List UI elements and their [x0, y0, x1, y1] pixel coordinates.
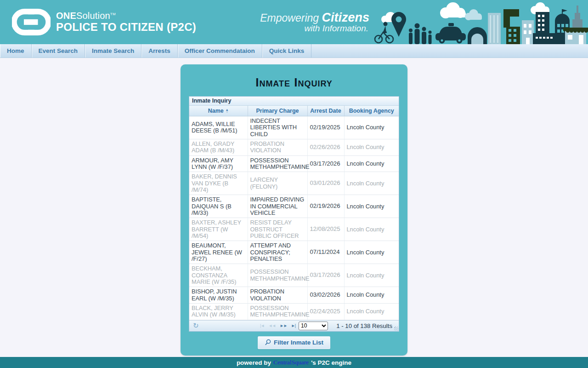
name-cell: BAPTISTE, DAIQUAN S (B /M/33): [189, 195, 248, 218]
nav-item-arrests[interactable]: Arrests: [141, 44, 177, 58]
column-header-primary-charge[interactable]: Primary Charge: [248, 106, 307, 116]
page-title: Inmate Inquiry: [181, 75, 407, 90]
primary-charge-cell: INDECENT LIBERTIES WITH CHILD: [248, 116, 307, 139]
nav-item-event-search[interactable]: Event Search: [32, 44, 85, 58]
primary-charge-cell: RESIST DELAY OBSTRUCT PUBLIC OFFICER: [248, 218, 307, 241]
filter-inmate-list-button[interactable]: Filter Inmate List: [258, 336, 330, 349]
column-header-name[interactable]: Name▲▼: [189, 106, 248, 116]
inmate-inquiry-panel: Inmate Inquiry Inmate Inquiry Name▲▼Prim…: [181, 64, 407, 356]
arrest-date-cell: 02/19/2025: [307, 116, 344, 139]
table-row[interactable]: BECKHAM, CONSTANZA MARIE (W /F/35)POSSES…: [189, 264, 399, 287]
arrest-date-cell: 03/02/2026: [307, 287, 344, 304]
pager-nav-icons: |◄◄◄►►►|: [260, 323, 295, 328]
booking-agency-cell: Lncoln County: [344, 287, 399, 304]
table-row[interactable]: BISHOP, JUSTIN EARL (W /M/35)PROBATION V…: [189, 287, 399, 304]
page: ONESolutionTM POLICE TO CITIZEN (P2C) Em…: [0, 0, 588, 368]
name-cell: BEAUMONT, JEWEL RENEE (W /F/27): [189, 241, 248, 264]
inmate-grid: Inmate Inquiry Name▲▼Primary ChargeArres…: [189, 96, 399, 332]
table-row[interactable]: BAXTER, ASHLEY BARRETT (W /M/54)RESIST D…: [189, 218, 399, 241]
first-page-icon[interactable]: |◄: [260, 323, 264, 328]
inmate-table-body: ADAMS, WILLIE DEESE (B /M/51)INDECENT LI…: [189, 116, 399, 320]
booking-agency-cell: Lncoln County: [344, 218, 399, 241]
brand-product-name: ONESolutionTM: [56, 11, 196, 21]
sort-asc-icon: ▲▼: [226, 109, 229, 113]
name-cell: ALLEN, GRADY ADAM (B /M/43): [189, 139, 248, 155]
table-header-row: Name▲▼Primary ChargeArrest DateBooking A…: [189, 106, 399, 116]
filter-button-label: Filter Inmate List: [274, 339, 323, 346]
booking-agency-cell: Lncoln County: [344, 264, 399, 287]
cityscape-illustration: [372, 0, 588, 44]
reload-icon[interactable]: ↻: [193, 322, 199, 330]
table-row[interactable]: ALLEN, GRADY ADAM (B /M/43)PROBATION VIO…: [189, 139, 399, 155]
arrest-date-cell: 03/17/2026: [307, 264, 344, 287]
arrest-date-cell: 02/24/2025: [307, 303, 344, 320]
table-row[interactable]: BLACK, JERRY ALVIN (W /M/35)POSSESSION M…: [189, 303, 399, 320]
name-cell: BLACK, JERRY ALVIN (W /M/35): [189, 303, 248, 320]
primary-charge-cell: LARCENY (FELONY): [248, 172, 307, 195]
booking-agency-cell: Lncoln County: [344, 195, 399, 218]
name-cell: BAXTER, ASHLEY BARRETT (W /M/54): [189, 218, 248, 241]
centralsquare-link[interactable]: CentralSquare: [273, 359, 309, 366]
inmate-table: Name▲▼Primary ChargeArrest DateBooking A…: [189, 106, 399, 320]
app-header: ONESolutionTM POLICE TO CITIZEN (P2C) Em…: [0, 0, 588, 44]
resize-grip[interactable]: [394, 327, 398, 331]
booking-agency-cell: Lncoln County: [344, 241, 399, 264]
nav-item-officer-commendataion[interactable]: Officer Commendataion: [178, 44, 262, 58]
grid-caption: Inmate Inquiry: [189, 97, 399, 106]
next-page-icon[interactable]: ►►: [280, 323, 287, 328]
main-content: Inmate Inquiry Inmate Inquiry Name▲▼Prim…: [0, 58, 588, 357]
app-footer: powered by CentralSquare 's P2C engine: [0, 357, 588, 368]
prev-page-icon[interactable]: ◄◄: [268, 323, 276, 328]
main-nav: HomeEvent SearchInmate SearchArrestsOffi…: [0, 44, 588, 58]
brand-title: POLICE TO CITIZEN (P2C): [56, 21, 196, 33]
table-row[interactable]: BEAUMONT, JEWEL RENEE (W /F/27)ATTEMPT A…: [189, 241, 399, 264]
booking-agency-cell: Lncoln County: [344, 303, 399, 320]
table-row[interactable]: BAKER, DENNIS VAN DYKE (B /M/74)LARCENY …: [189, 172, 399, 195]
nav-item-quick-links[interactable]: Quick Links: [262, 44, 312, 58]
primary-charge-cell: PROBATION VIOLATION: [248, 287, 307, 304]
footer-suffix: 's P2C engine: [311, 359, 351, 366]
nav-item-inmate-search[interactable]: Inmate Search: [85, 44, 141, 58]
primary-charge-cell: POSSESSION METHAMPHETAMINE: [248, 264, 307, 287]
nav-item-home[interactable]: Home: [0, 44, 32, 58]
arrest-date-cell: 03/17/2026: [307, 155, 344, 172]
name-cell: ADAMS, WILLIE DEESE (B /M/51): [189, 116, 248, 139]
primary-charge-cell: PROBATION VIOLATION: [248, 139, 307, 155]
arrest-date-cell: 02/19/2026: [307, 195, 344, 218]
arrest-date-cell: 12/08/2025: [307, 218, 344, 241]
header-tagline: Empowering Citizens with Information.: [260, 11, 372, 34]
onesolution-logo-icon: [12, 6, 51, 40]
table-row[interactable]: BAPTISTE, DAIQUAN S (B /M/33)IMPAIRED DR…: [189, 195, 399, 218]
page-size-select[interactable]: 10: [299, 322, 328, 330]
pager-bar: ↻ |◄◄◄►►►| 10 1 - 10 of 138 Results: [189, 320, 399, 331]
primary-charge-cell: IMPAIRED DRIVING IN COMMERCIAL VEHICLE: [248, 195, 307, 218]
pager-status: 1 - 10 of 138 Results: [336, 322, 396, 329]
arrest-date-cell: 07/11/2024: [307, 241, 344, 264]
table-row[interactable]: ARMOUR, AMY LYNN (W /F/37)POSSESSION MET…: [189, 155, 399, 172]
pager-controls: |◄◄◄►►►| 10: [260, 322, 328, 330]
booking-agency-cell: Lncoln County: [344, 116, 399, 139]
name-cell: ARMOUR, AMY LYNN (W /F/37): [189, 155, 248, 172]
name-cell: BECKHAM, CONSTANZA MARIE (W /F/35): [189, 264, 248, 287]
footer-prefix: powered by: [237, 359, 271, 366]
column-header-arrest-date[interactable]: Arrest Date: [307, 106, 344, 116]
booking-agency-cell: Lncoln County: [344, 139, 399, 155]
primary-charge-cell: POSSESSION METHAMPHETAMINE: [248, 303, 307, 320]
name-cell: BISHOP, JUSTIN EARL (W /M/35): [189, 287, 248, 304]
brand-text: ONESolutionTM POLICE TO CITIZEN (P2C): [56, 11, 196, 33]
primary-charge-cell: ATTEMPT AND CONSPIRACY; PENALTIES: [248, 241, 307, 264]
table-row[interactable]: ADAMS, WILLIE DEESE (B /M/51)INDECENT LI…: [189, 116, 399, 139]
booking-agency-cell: Lncoln County: [344, 172, 399, 195]
column-header-booking-agency[interactable]: Booking Agency: [344, 106, 399, 116]
booking-agency-cell: Lncoln County: [344, 155, 399, 172]
search-icon: [265, 339, 271, 346]
arrest-date-cell: 02/26/2026: [307, 139, 344, 155]
arrest-date-cell: 03/01/2026: [307, 172, 344, 195]
name-cell: BAKER, DENNIS VAN DYKE (B /M/74): [189, 172, 248, 195]
last-page-icon[interactable]: ►|: [291, 323, 295, 328]
primary-charge-cell: POSSESSION METHAMPHETAMINE: [248, 155, 307, 172]
